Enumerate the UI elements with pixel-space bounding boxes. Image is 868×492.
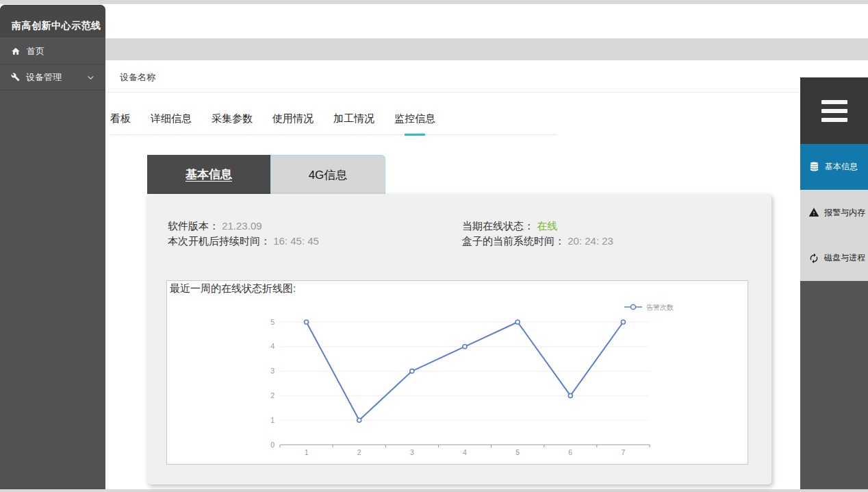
tab-bar: 看板 详细信息 采集参数 使用情况 加工情况 监控信息 [110, 103, 557, 135]
right-nav-basic-info[interactable]: 基本信息 [800, 144, 868, 190]
right-nav-alarm-memory[interactable]: 报警与内存 [800, 190, 868, 235]
header-gray-band [0, 38, 868, 60]
home-icon [11, 47, 21, 56]
warning-icon [808, 207, 819, 218]
info-system-time: 盒子的当前系统时间： 20: 24: 23 [462, 235, 771, 250]
bottom-strip [0, 489, 868, 492]
subtab-basic-info[interactable]: 基本信息 [147, 155, 270, 194]
sidebar-item-device-management[interactable]: 设备管理 [0, 64, 105, 90]
active-tab-underline [405, 134, 425, 136]
hamburger-icon [821, 118, 847, 122]
right-nav-label: 报警与内存 [824, 207, 865, 219]
online-status-line-chart: 0123451234567告警次数 [167, 297, 746, 462]
svg-text:3: 3 [270, 367, 275, 375]
svg-text:0: 0 [270, 441, 275, 449]
hamburger-icon [821, 109, 847, 113]
app-title: 南高创新中心示范线 [0, 5, 105, 38]
svg-text:1: 1 [305, 448, 309, 456]
tab-collection-params[interactable]: 采集参数 [211, 103, 253, 134]
svg-text:1: 1 [270, 416, 275, 424]
info-software-version: 软件版本： 21.23.09 [168, 220, 462, 235]
tab-kanban[interactable]: 看板 [110, 103, 131, 134]
basic-info-panel: 软件版本： 21.23.09 本次开机后持续时间： 16: 45: 45 当期在… [147, 194, 771, 484]
right-nav-label: 基本信息 [825, 161, 858, 173]
subtab-bar: 基本信息 4G信息 [147, 155, 385, 194]
svg-text:2: 2 [357, 448, 361, 456]
svg-text:5: 5 [515, 448, 520, 456]
left-sidebar: 南高创新中心示范线 首页 设备管理 [0, 5, 105, 489]
svg-text:2: 2 [270, 391, 275, 399]
device-info-grid: 软件版本： 21.23.09 本次开机后持续时间： 16: 45: 45 当期在… [168, 220, 771, 250]
right-nav-disk-process[interactable]: 磁盘与进程 [800, 235, 868, 281]
chart-title: 最近一周的在线状态折线图: [167, 281, 748, 297]
wrench-icon [11, 73, 20, 82]
tab-processing[interactable]: 加工情况 [333, 103, 375, 134]
svg-text:4: 4 [463, 448, 467, 456]
top-strip [0, 0, 868, 4]
online-status-chart-box: 最近一周的在线状态折线图: 0123451234567告警次数 [166, 280, 748, 465]
device-name-label: 设备名称 [120, 72, 155, 82]
status-badge: 在线 [537, 220, 557, 232]
sidebar-item-label: 设备管理 [26, 71, 62, 84]
svg-text:7: 7 [622, 448, 626, 456]
right-sidebar: 基本信息 报警与内存 磁盘与进程 [800, 77, 868, 489]
tab-monitoring[interactable]: 监控信息 [394, 103, 436, 134]
right-sidebar-filler [800, 281, 868, 489]
subtab-4g-info[interactable]: 4G信息 [270, 155, 385, 194]
tab-details[interactable]: 详细信息 [150, 103, 192, 134]
svg-text:4: 4 [270, 342, 275, 350]
device-name-row: 设备名称 [105, 60, 868, 93]
refresh-icon [808, 253, 819, 264]
menu-toggle-button[interactable] [800, 77, 868, 144]
svg-text:5: 5 [270, 318, 275, 326]
svg-text:3: 3 [410, 448, 414, 456]
info-uptime: 本次开机后持续时间： 16: 45: 45 [168, 235, 462, 250]
info-online-status: 当期在线状态： 在线 [462, 220, 771, 235]
hamburger-icon [821, 100, 847, 104]
svg-text:告警次数: 告警次数 [646, 304, 674, 311]
right-nav-label: 磁盘与进程 [824, 252, 865, 264]
svg-text:6: 6 [568, 448, 572, 456]
database-icon [808, 161, 820, 173]
tab-usage[interactable]: 使用情况 [272, 103, 314, 134]
chevron-down-icon[interactable] [87, 75, 94, 80]
sidebar-item-label: 首页 [27, 45, 44, 58]
sidebar-item-home[interactable]: 首页 [0, 38, 105, 64]
